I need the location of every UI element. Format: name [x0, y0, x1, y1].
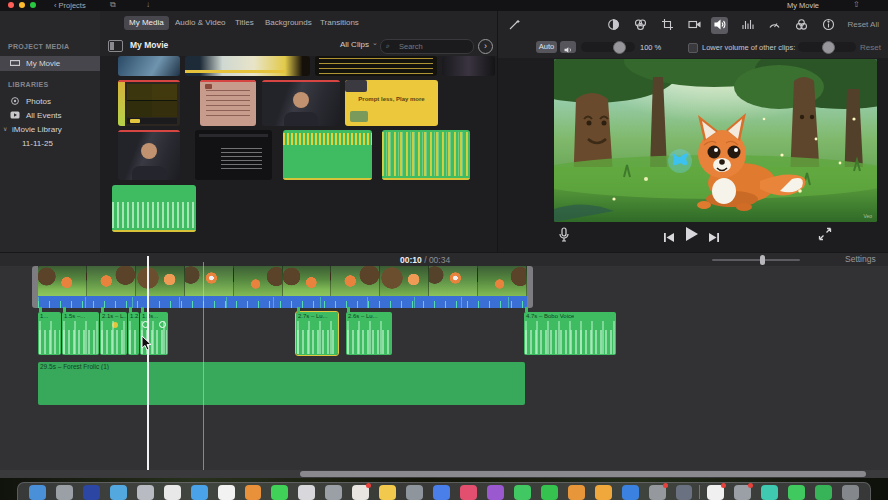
- audio-clip[interactable]: 2.6s – Lu...: [346, 312, 392, 355]
- speed-icon[interactable]: [766, 17, 783, 34]
- media-thumbnail[interactable]: [315, 56, 437, 76]
- dock-icon[interactable]: [406, 485, 423, 500]
- sidebar-item-my-movie[interactable]: My Movie: [0, 56, 100, 71]
- dock-icon[interactable]: [191, 485, 208, 500]
- enhance-wand-icon[interactable]: [506, 17, 523, 34]
- audio-clip[interactable]: 2.1s – L...: [100, 312, 127, 355]
- sidebar-item-photos[interactable]: Photos: [0, 94, 100, 109]
- dock-icon[interactable]: [815, 485, 832, 500]
- dock-icon[interactable]: [568, 485, 585, 500]
- dock-icon[interactable]: [595, 485, 612, 500]
- dock-icon[interactable]: [298, 485, 315, 500]
- dock-icon[interactable]: [271, 485, 288, 500]
- dock-icon[interactable]: [83, 485, 100, 500]
- clip-filter-dropdown[interactable]: All Clips: [340, 40, 369, 49]
- media-thumbnail-audio[interactable]: [382, 130, 470, 180]
- chevron-down-icon[interactable]: ∨: [3, 122, 7, 137]
- tab-titles[interactable]: Titles: [230, 16, 259, 30]
- dock-icon[interactable]: [649, 485, 666, 500]
- voiceover-mic-icon[interactable]: [558, 227, 570, 247]
- minimize-window-button[interactable]: [19, 2, 25, 8]
- noise-reduction-icon[interactable]: [739, 17, 756, 34]
- color-correction-icon[interactable]: [632, 17, 649, 34]
- clip-filter-icon[interactable]: [793, 17, 810, 34]
- media-thumbnail-slide[interactable]: Prompt less, Play more: [345, 80, 438, 126]
- lower-volume-checkbox[interactable]: [688, 43, 698, 53]
- dock-icon[interactable]: [433, 485, 450, 500]
- media-thumbnail[interactable]: [118, 56, 180, 76]
- search-input[interactable]: [397, 40, 471, 53]
- dock[interactable]: [17, 482, 871, 500]
- audio-clip[interactable]: 4.7s – Bobo Voice: [524, 312, 616, 355]
- tab-backgrounds[interactable]: Backgrounds: [260, 16, 317, 30]
- dock-icon[interactable]: [514, 485, 531, 500]
- dock-icon[interactable]: [110, 485, 127, 500]
- auto-volume-button[interactable]: Auto: [536, 41, 557, 53]
- scrollbar-thumb[interactable]: [300, 471, 866, 477]
- crop-icon[interactable]: [659, 17, 676, 34]
- import-media-icon[interactable]: ⧉: [110, 1, 116, 9]
- sidebar-toggle-icon[interactable]: [108, 40, 123, 52]
- clip-trim-handle[interactable]: [527, 266, 533, 308]
- dock-icon[interactable]: [622, 485, 639, 500]
- clip-appearance-button[interactable]: ›: [478, 39, 493, 54]
- video-clip-filmstrip[interactable]: [38, 266, 527, 296]
- video-clip-audio-waveform[interactable]: [38, 296, 527, 308]
- dock-icon[interactable]: [842, 485, 859, 500]
- dock-icon[interactable]: [137, 485, 154, 500]
- reset-button[interactable]: Reset: [860, 43, 881, 52]
- dock-icon[interactable]: [541, 485, 558, 500]
- media-thumbnail-notes[interactable]: [200, 80, 256, 126]
- close-window-button[interactable]: [8, 2, 14, 8]
- lower-volume-slider[interactable]: [798, 42, 856, 52]
- media-thumbnail-fox-video[interactable]: [118, 80, 180, 126]
- previous-frame-button[interactable]: [663, 229, 675, 247]
- reset-all-button[interactable]: Reset All: [847, 20, 879, 29]
- dock-icon[interactable]: [788, 485, 805, 500]
- sidebar-item-imovie-library[interactable]: ∨ iMovie Library: [0, 122, 100, 137]
- media-thumbnail[interactable]: [185, 56, 310, 76]
- dock-icon[interactable]: [379, 485, 396, 500]
- info-icon[interactable]: [820, 17, 837, 34]
- filter-chevron-icon[interactable]: ⌄: [372, 39, 378, 47]
- color-balance-icon[interactable]: [605, 17, 622, 34]
- volume-slider[interactable]: [581, 42, 635, 52]
- media-thumbnail-webcam[interactable]: [262, 80, 340, 126]
- dock-icon[interactable]: [487, 485, 504, 500]
- audio-clip[interactable]: 1.5s –...: [62, 312, 99, 355]
- dock-icon[interactable]: [245, 485, 262, 500]
- tab-transitions[interactable]: Transitions: [315, 16, 364, 30]
- dock-icon[interactable]: [56, 485, 73, 500]
- horizontal-scrollbar[interactable]: [0, 470, 888, 478]
- mute-button[interactable]: [560, 41, 576, 53]
- share-icon[interactable]: ⇧: [853, 1, 860, 9]
- video-preview[interactable]: Veo: [554, 59, 877, 222]
- stabilization-icon[interactable]: [686, 17, 703, 34]
- media-thumbnail-webcam[interactable]: [118, 130, 180, 180]
- tab-audio-video[interactable]: Audio & Video: [170, 16, 231, 30]
- media-thumbnail-terminal[interactable]: [195, 130, 272, 180]
- timeline-zoom-slider[interactable]: [712, 259, 800, 261]
- dock-icon[interactable]: [707, 485, 724, 500]
- media-thumbnail-audio[interactable]: [112, 185, 196, 232]
- tab-my-media[interactable]: My Media: [124, 16, 169, 30]
- dock-icon[interactable]: [460, 485, 477, 500]
- dock-icon[interactable]: [218, 485, 235, 500]
- dock-icon[interactable]: [164, 485, 181, 500]
- dock-icon[interactable]: [29, 485, 46, 500]
- dock-icon[interactable]: [352, 485, 369, 500]
- zoom-slider-thumb[interactable]: [760, 255, 765, 265]
- dock-icon[interactable]: [325, 485, 342, 500]
- background-music-clip[interactable]: 29.5s – Forest Frolic (1): [38, 362, 525, 405]
- fullscreen-icon[interactable]: [818, 227, 832, 245]
- volume-icon[interactable]: [711, 17, 728, 34]
- audio-clip-selected[interactable]: 2.7s – Lu...: [296, 312, 338, 355]
- dock-icon[interactable]: [676, 485, 693, 500]
- playhead[interactable]: [147, 256, 149, 470]
- sidebar-item-event-11-11-25[interactable]: 11-11-25: [0, 136, 100, 151]
- dock-icon[interactable]: [761, 485, 778, 500]
- zoom-window-button[interactable]: [30, 2, 36, 8]
- audio-clip[interactable]: 1.2...: [128, 312, 139, 355]
- back-to-projects-button[interactable]: ‹ Projects: [54, 1, 86, 10]
- timeline[interactable]: 1... 1.5s –... 2.1s – L... 1.2... 1.8s..…: [0, 266, 888, 470]
